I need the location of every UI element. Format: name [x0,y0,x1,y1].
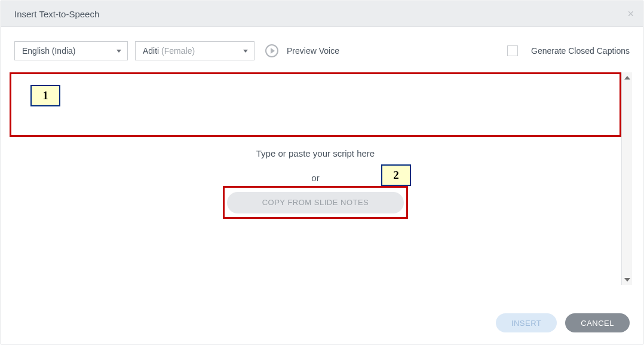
svg-marker-1 [624,278,630,282]
dialog-title: Insert Text-to-Speech [14,9,99,19]
svg-marker-0 [624,76,630,80]
language-dropdown[interactable]: English (India) [14,41,128,60]
insert-button[interactable]: INSERT [496,313,557,332]
play-triangle-icon [271,48,275,54]
preview-voice-label[interactable]: Preview Voice [287,46,339,56]
titlebar: Insert Text-to-Speech × [1,1,643,27]
chevron-down-icon [243,50,248,53]
scroll-down-icon[interactable] [622,274,633,285]
closed-captions-label: Generate Closed Captions [531,46,630,56]
annotation-highlight-1: 1 [10,72,621,137]
annotation-callout-2: 2 [381,164,411,186]
script-area: 1 Type or paste your script here or 2 CO… [1,60,643,302]
dialog-footer: INSERT CANCEL [1,302,643,344]
script-placeholder: Type or paste your script here [10,148,621,158]
tts-dialog: Insert Text-to-Speech × English (India) … [1,1,643,344]
voice-dropdown[interactable]: Aditi (Female) [135,41,254,60]
script-textarea-wrap: 1 Type or paste your script here or 2 CO… [10,72,632,285]
closed-captions-checkbox[interactable] [507,45,518,56]
play-icon[interactable] [265,44,278,57]
cancel-button[interactable]: CANCEL [565,313,630,332]
scrollbar[interactable] [621,72,632,285]
annotation-highlight-2: COPY FROM SLIDE NOTES [223,186,408,219]
annotation-callout-1: 1 [30,85,60,106]
copy-from-slide-notes-button[interactable]: COPY FROM SLIDE NOTES [227,192,404,213]
language-selected: English (India) [22,46,76,56]
close-icon[interactable]: × [627,8,634,19]
script-textarea[interactable]: 1 Type or paste your script here or 2 CO… [10,72,621,285]
or-label: or [10,173,621,183]
voice-selected: Aditi (Female) [143,46,195,56]
chevron-down-icon [116,50,121,53]
voice-gender: (Female) [159,46,195,56]
voice-name: Aditi [143,46,159,56]
scroll-up-icon[interactable] [622,72,633,83]
options-bar: English (India) Aditi (Female) Preview V… [1,27,643,60]
